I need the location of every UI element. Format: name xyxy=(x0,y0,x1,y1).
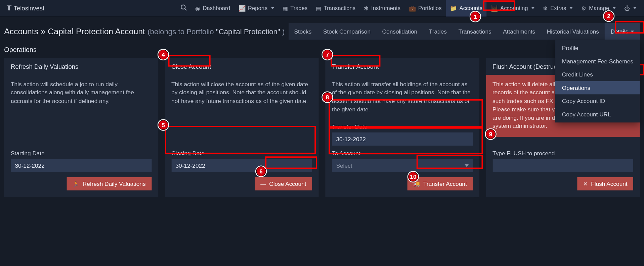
transfer-date-input[interactable] xyxy=(332,132,473,146)
gear-icon: ⚙ xyxy=(581,5,587,11)
nav-label: Dashboard xyxy=(203,5,230,11)
nav-label: Portfolios xyxy=(418,5,441,11)
nav-extras[interactable]: ❄ Extras xyxy=(539,0,577,16)
refresh-daily-valuations-button[interactable]: 🏃 Refresh Daily Valuations xyxy=(67,177,152,190)
nav-reports[interactable]: 📈 Reports xyxy=(234,0,278,16)
card-transfer-title: Transfer Account xyxy=(325,58,479,75)
page-header: Accounts » Capital Protection Account (b… xyxy=(0,16,644,45)
brand-name: Telosinvest xyxy=(14,5,45,12)
search-icon xyxy=(180,4,187,12)
nav-label: Extras xyxy=(550,5,566,11)
breadcrumb-account: Capital Protection Account xyxy=(48,27,145,36)
asterisk-icon: ✱ xyxy=(364,5,369,11)
closing-date-label: Closing Date xyxy=(171,150,312,157)
folder-icon: 📁 xyxy=(450,5,457,11)
flush-account-button[interactable]: ✕ Flush Account xyxy=(577,177,633,190)
nav-power[interactable]: ⏻ xyxy=(620,0,641,16)
chevron-down-icon xyxy=(633,7,637,9)
nav-instruments[interactable]: ✱ Instruments xyxy=(360,0,405,16)
belongs-prefix: (belongs to Portfolio xyxy=(147,28,216,36)
truck-icon: 🚚 xyxy=(413,181,420,187)
to-account-label: To Account xyxy=(332,150,473,157)
power-icon: ⏻ xyxy=(624,5,630,11)
chevron-down-icon xyxy=(531,7,534,9)
top-nav: 𝕋 Telosinvest ◉ Dashboard 📈 Reports ▦ Tr… xyxy=(0,0,644,16)
nav-label: Accounts xyxy=(460,5,483,11)
tab-attachments[interactable]: Attachments xyxy=(497,23,541,40)
card-flush-form: Type FLUSH to proceed xyxy=(486,147,640,172)
nav-label: Manage xyxy=(589,5,609,11)
card-transfer-form: Transfer Date To Account Select xyxy=(325,120,479,172)
transfer-date-label: Transfer Date xyxy=(332,123,473,130)
card-refresh: Refresh Daily Valuations This action wil… xyxy=(4,58,158,197)
minus-icon: — xyxy=(260,181,266,187)
tab-transactions[interactable]: Transactions xyxy=(453,23,497,40)
card-refresh-form: Starting Date xyxy=(4,147,158,172)
calculator-icon: 🧮 xyxy=(491,5,498,11)
card-close-title: Close Account xyxy=(165,58,318,75)
chevron-down-icon xyxy=(569,7,573,9)
nav-label: Transactions xyxy=(324,5,355,11)
chevron-down-icon xyxy=(612,7,616,9)
tab-trades[interactable]: Trades xyxy=(423,23,453,40)
details-menu-profile[interactable]: Profile xyxy=(555,41,640,54)
nav-portfolios[interactable]: 💼 Portfolios xyxy=(404,0,445,16)
card-transfer-desc: This action will transfer all holdings o… xyxy=(325,75,479,120)
details-menu-copy-id[interactable]: Copy Account ID xyxy=(555,94,640,107)
snowflake-icon: ❄ xyxy=(543,5,548,11)
closing-date-input[interactable] xyxy=(171,159,312,172)
chevron-down-icon xyxy=(464,164,468,167)
chart-line-icon: 📈 xyxy=(239,5,246,11)
tab-stock-comparison[interactable]: Stock Comparison xyxy=(317,23,377,40)
chevron-down-icon xyxy=(631,31,634,33)
tab-stocks[interactable]: Stocks xyxy=(288,23,317,40)
page-title: Accounts » Capital Protection Account (b… xyxy=(4,27,285,36)
close-icon: ✕ xyxy=(583,181,588,187)
tab-consolidation[interactable]: Consolidation xyxy=(376,23,423,40)
briefcase-icon: 💼 xyxy=(409,5,416,11)
brand[interactable]: 𝕋 Telosinvest xyxy=(3,4,48,12)
details-menu-copy-url[interactable]: Copy Account URL xyxy=(555,108,640,121)
gauge-icon: ◉ xyxy=(195,5,200,11)
operations-cards: Refresh Daily Valuations This action wil… xyxy=(0,58,644,204)
card-transfer: Transfer Account This action will transf… xyxy=(325,58,479,197)
svg-line-1 xyxy=(185,9,186,10)
belongs-suffix: ) xyxy=(280,28,285,36)
breadcrumb-sep: » xyxy=(41,27,45,36)
starting-date-label: Starting Date xyxy=(11,150,152,157)
card-close-desc: This action will close the account as of… xyxy=(165,75,318,147)
nav-label: Reports xyxy=(248,5,267,11)
running-icon: 🏃 xyxy=(73,181,79,187)
transfer-account-button[interactable]: 🚚 Transfer Account xyxy=(407,177,473,190)
details-menu-operations[interactable]: Operations xyxy=(555,81,640,94)
card-refresh-desc: This action will schedule a job to run d… xyxy=(4,75,158,147)
flush-label: Type FLUSH to proceed xyxy=(492,150,633,157)
close-account-button[interactable]: — Close Account xyxy=(255,177,312,190)
card-refresh-title: Refresh Daily Valuations xyxy=(4,58,158,75)
section-title: Operations xyxy=(0,45,644,58)
account-tabs: Stocks Stock Comparison Consolidation Tr… xyxy=(288,23,640,40)
nav-manage[interactable]: ⚙ Manage xyxy=(577,0,620,16)
tab-historical-valuations[interactable]: Historical Valuations xyxy=(541,23,605,40)
grid-icon: ▦ xyxy=(283,5,288,11)
nav-accounts[interactable]: 📁 Accounts xyxy=(446,0,487,16)
starting-date-input[interactable] xyxy=(11,159,152,172)
nav-trades[interactable]: ▦ Trades xyxy=(278,0,311,16)
card-close: Close Account This action will close the… xyxy=(165,58,318,197)
nav-accounting[interactable]: 🧮 Accounting xyxy=(486,0,539,16)
nav-label: Instruments xyxy=(371,5,400,11)
tab-details[interactable]: Details xyxy=(605,23,640,40)
portfolio-name[interactable]: "Capital Protection" xyxy=(216,28,280,36)
to-account-select[interactable]: Select xyxy=(332,159,473,172)
flush-confirm-input[interactable] xyxy=(492,159,633,172)
breadcrumb-root[interactable]: Accounts xyxy=(4,27,38,36)
search-button[interactable] xyxy=(176,0,191,16)
nav-dashboard[interactable]: ◉ Dashboard xyxy=(191,0,234,16)
nav-transactions[interactable]: ▤ Transactions xyxy=(312,0,360,16)
svg-point-0 xyxy=(181,5,185,9)
details-menu-credit-lines[interactable]: Credit Lines xyxy=(555,68,640,81)
details-menu-mfs[interactable]: Management Fee Schemes xyxy=(555,55,640,68)
nav-label: Accounting xyxy=(500,5,528,11)
table-icon: ▤ xyxy=(316,5,321,11)
brand-icon: 𝕋 xyxy=(7,4,11,12)
